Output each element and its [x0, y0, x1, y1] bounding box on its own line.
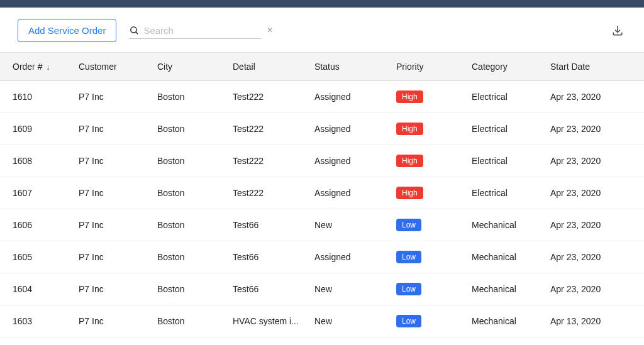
cell-category: Mechanical	[472, 252, 550, 262]
priority-badge: High	[396, 123, 423, 135]
cell-status: Assigned	[314, 252, 396, 262]
cell-category: Electrical	[472, 92, 550, 102]
priority-badge: Low	[396, 219, 421, 231]
col-header-start-date[interactable]: Start Date	[550, 62, 632, 72]
cell-city: Boston	[157, 92, 233, 102]
cell-detail: HVAC system i...	[233, 316, 314, 326]
cell-customer: P7 Inc	[79, 316, 157, 326]
clear-search-icon[interactable]: ×	[267, 25, 272, 36]
cell-start-date: Apr 13, 2020	[550, 316, 632, 326]
col-header-priority[interactable]: Priority	[396, 62, 472, 72]
table-row[interactable]: 1609P7 IncBostonTest222AssignedHighElect…	[0, 113, 644, 145]
cell-customer: P7 Inc	[79, 220, 157, 230]
cell-priority: High	[396, 123, 472, 135]
cell-priority: Low	[396, 219, 472, 231]
cell-customer: P7 Inc	[79, 124, 157, 134]
priority-badge: High	[396, 155, 423, 167]
cell-status: Assigned	[314, 92, 396, 102]
search-field[interactable]: ×	[129, 22, 261, 39]
cell-priority: High	[396, 90, 472, 103]
cell-category: Electrical	[472, 156, 550, 166]
sort-desc-icon: ↓	[46, 62, 50, 72]
cell-detail: Test222	[233, 156, 314, 166]
col-header-customer[interactable]: Customer	[79, 62, 157, 72]
priority-badge: Low	[396, 283, 421, 295]
table-row[interactable]: 1608P7 IncBostonTest222AssignedHighElect…	[0, 145, 644, 177]
cell-start-date: Apr 23, 2020	[550, 156, 632, 166]
priority-badge: High	[396, 90, 423, 103]
cell-priority: Low	[396, 315, 472, 327]
col-header-order[interactable]: Order # ↓	[0, 62, 79, 72]
cell-start-date: Apr 23, 2020	[550, 124, 632, 134]
cell-city: Boston	[157, 156, 233, 166]
cell-category: Mechanical	[472, 284, 550, 294]
cell-category: Mechanical	[472, 220, 550, 230]
cell-city: Boston	[157, 252, 233, 262]
cell-city: Boston	[157, 316, 233, 326]
col-header-order-label: Order #	[13, 62, 42, 72]
cell-start-date: Apr 23, 2020	[550, 220, 632, 230]
col-header-status[interactable]: Status	[314, 62, 396, 72]
cell-customer: P7 Inc	[79, 252, 157, 262]
table-row[interactable]: 1610P7 IncBostonTest222AssignedHighElect…	[0, 81, 644, 113]
cell-category: Electrical	[472, 124, 550, 134]
cell-customer: P7 Inc	[79, 92, 157, 102]
cell-city: Boston	[157, 284, 233, 294]
col-header-category[interactable]: Category	[472, 62, 550, 72]
table-header-row: Order # ↓ Customer City Detail Status Pr…	[0, 52, 644, 81]
priority-badge: Low	[396, 251, 421, 263]
toolbar: Add Service Order ×	[0, 8, 644, 52]
cell-order: 1610	[0, 92, 79, 102]
col-header-detail[interactable]: Detail	[233, 62, 314, 72]
cell-order: 1604	[0, 284, 79, 294]
table-row[interactable]: 1603P7 IncBostonHVAC system i...NewLowMe…	[0, 305, 644, 337]
download-button[interactable]	[609, 22, 626, 40]
cell-order: 1608	[0, 156, 79, 166]
cell-order: 1606	[0, 220, 79, 230]
cell-start-date: Apr 23, 2020	[550, 252, 632, 262]
cell-detail: Test222	[233, 188, 314, 198]
download-icon	[611, 25, 624, 37]
cell-status: New	[314, 316, 396, 326]
cell-status: Assigned	[314, 156, 396, 166]
priority-badge: High	[396, 187, 423, 199]
cell-priority: High	[396, 187, 472, 199]
cell-city: Boston	[157, 124, 233, 134]
svg-line-1	[136, 31, 138, 33]
cell-start-date: Apr 23, 2020	[550, 284, 632, 294]
cell-detail: Test222	[233, 124, 314, 134]
cell-status: Assigned	[314, 188, 396, 198]
cell-order: 1607	[0, 188, 79, 198]
cell-category: Electrical	[472, 188, 550, 198]
cell-detail: Test222	[233, 92, 314, 102]
cell-priority: Low	[396, 283, 472, 295]
table-body: 1610P7 IncBostonTest222AssignedHighElect…	[0, 81, 644, 345]
priority-badge: Low	[396, 315, 421, 327]
app-header-bar	[0, 0, 644, 8]
cell-customer: P7 Inc	[79, 188, 157, 198]
search-icon	[129, 25, 140, 36]
cell-start-date: Apr 23, 2020	[550, 188, 632, 198]
cell-priority: High	[396, 155, 472, 167]
add-service-order-button[interactable]: Add Service Order	[18, 19, 116, 42]
cell-city: Boston	[157, 220, 233, 230]
table-row[interactable]: 1602P7 IncBostonHVAC system i...NewLowMe…	[0, 337, 644, 345]
cell-category: Mechanical	[472, 316, 550, 326]
col-header-city[interactable]: City	[157, 62, 233, 72]
svg-point-0	[131, 26, 136, 32]
table-row[interactable]: 1606P7 IncBostonTest66NewLowMechanicalAp…	[0, 209, 644, 241]
table-row[interactable]: 1607P7 IncBostonTest222AssignedHighElect…	[0, 177, 644, 209]
cell-status: Assigned	[314, 124, 396, 134]
cell-detail: Test66	[233, 220, 314, 230]
cell-status: New	[314, 220, 396, 230]
search-input[interactable]	[143, 25, 263, 36]
cell-order: 1603	[0, 316, 79, 326]
table-row[interactable]: 1605P7 IncBostonTest66AssignedLowMechani…	[0, 241, 644, 273]
cell-order: 1609	[0, 124, 79, 134]
cell-priority: Low	[396, 251, 472, 263]
table-row[interactable]: 1604P7 IncBostonTest66NewLowMechanicalAp…	[0, 273, 644, 305]
cell-customer: P7 Inc	[79, 156, 157, 166]
cell-order: 1605	[0, 252, 79, 262]
cell-customer: P7 Inc	[79, 284, 157, 294]
cell-detail: Test66	[233, 252, 314, 262]
